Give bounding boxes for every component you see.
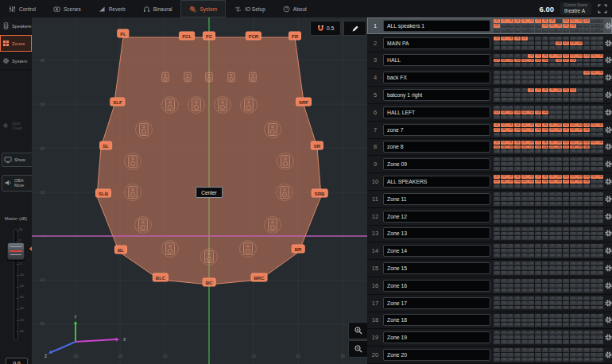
- matrix-cell[interactable]: #27: [563, 232, 569, 236]
- speaker-position-label-srb[interactable]: SRB: [312, 189, 328, 198]
- matrix-cell[interactable]: #40: [542, 46, 548, 50]
- matrix-cell[interactable]: #43: [563, 340, 569, 344]
- matrix-cell[interactable]: #4: [514, 261, 521, 265]
- matrix-cell[interactable]: #36: [514, 219, 521, 223]
- matrix-cell[interactable]: #27: [563, 76, 569, 79]
- matrix-cell[interactable]: #16: [597, 71, 603, 75]
- matrix-cell[interactable]: #38: [528, 202, 534, 206]
- zone-row-19[interactable]: 19Zone 19#1#2#3#4#5#6#7#8#9#10#11#12#13#…: [367, 329, 612, 347]
- matrix-cell[interactable]: #31: [591, 145, 597, 149]
- matrix-cell[interactable]: #22: [528, 76, 534, 79]
- matrix-cell[interactable]: #2: [501, 71, 507, 75]
- matrix-cell[interactable]: #15: [591, 210, 597, 214]
- matrix-cell[interactable]: #10: [556, 141, 562, 145]
- matrix-cell[interactable]: #1: [494, 314, 500, 318]
- matrix-cell[interactable]: #2: [501, 348, 507, 352]
- matrix-cell[interactable]: #16: [597, 314, 603, 318]
- matrix-cell[interactable]: #43: [563, 115, 569, 119]
- matrix-cell[interactable]: #42: [556, 63, 562, 67]
- matrix-cell[interactable]: #4: [514, 210, 521, 214]
- matrix-cell[interactable]: #11: [563, 210, 569, 214]
- matrix-cell[interactable]: #48: [597, 98, 603, 102]
- matrix-cell[interactable]: #46: [583, 80, 590, 84]
- matrix-cell[interactable]: #10: [556, 123, 562, 127]
- matrix-cell[interactable]: #44: [570, 323, 576, 327]
- matrix-cell[interactable]: #15: [591, 123, 597, 127]
- matrix-cell[interactable]: #10: [556, 296, 562, 300]
- matrix-cell[interactable]: #20: [514, 197, 521, 201]
- matrix-cell[interactable]: #4: [514, 71, 521, 75]
- matrix-cell[interactable]: #1: [494, 261, 500, 265]
- matrix-cell[interactable]: #32: [597, 180, 603, 184]
- matrix-cell[interactable]: #12: [570, 123, 576, 127]
- matrix-cell[interactable]: #46: [583, 149, 590, 153]
- matrix-cell[interactable]: #46: [583, 323, 590, 327]
- matrix-cell[interactable]: #35: [507, 80, 513, 84]
- matrix-cell[interactable]: #42: [556, 167, 562, 171]
- speaker-position-label-sr[interactable]: SR: [311, 141, 323, 150]
- matrix-cell[interactable]: #45: [576, 236, 583, 240]
- matrix-cell[interactable]: #35: [507, 288, 513, 292]
- matrix-cell[interactable]: #38: [528, 167, 534, 171]
- matrix-cell[interactable]: #45: [576, 115, 583, 119]
- matrix-cell[interactable]: #6: [528, 244, 534, 248]
- matrix-cell[interactable]: #9: [549, 192, 556, 196]
- matrix-cell[interactable]: #8: [542, 348, 548, 352]
- matrix-cell[interactable]: #22: [528, 249, 534, 253]
- matrix-cell[interactable]: #44: [570, 219, 576, 223]
- matrix-cell[interactable]: #19: [507, 284, 513, 288]
- matrix-cell[interactable]: #16: [597, 54, 603, 58]
- matrix-cell[interactable]: #11: [563, 175, 569, 179]
- matrix-cell[interactable]: #16: [597, 331, 603, 335]
- matrix-cell[interactable]: #2: [501, 210, 507, 214]
- matrix-cell[interactable]: #29: [576, 76, 583, 79]
- zone-name-input[interactable]: balcony 1 right: [383, 89, 490, 101]
- matrix-cell[interactable]: #23: [535, 76, 541, 79]
- matrix-cell[interactable]: #12: [570, 348, 576, 352]
- matrix-cell[interactable]: #34: [501, 254, 507, 258]
- matrix-cell[interactable]: #6: [528, 296, 534, 300]
- matrix-cell[interactable]: #31: [591, 249, 597, 253]
- matrix-cell[interactable]: #46: [583, 254, 590, 258]
- matrix-cell[interactable]: #39: [535, 115, 541, 119]
- matrix-cell[interactable]: #8: [542, 279, 548, 283]
- matrix-cell[interactable]: #12: [570, 88, 576, 92]
- matrix-cell[interactable]: #17: [494, 59, 500, 63]
- matrix-cell[interactable]: #44: [570, 288, 576, 292]
- zone-settings-gear-icon[interactable]: [604, 142, 612, 151]
- matrix-cell[interactable]: #16: [597, 244, 603, 248]
- matrix-cell[interactable]: #18: [501, 319, 507, 323]
- zone-name-input[interactable]: Zone 16: [383, 280, 490, 292]
- matrix-cell[interactable]: #30: [583, 59, 590, 63]
- matrix-cell[interactable]: #41: [549, 98, 556, 102]
- matrix-cell[interactable]: #8: [542, 296, 548, 300]
- matrix-cell[interactable]: #13: [576, 244, 583, 248]
- matrix-cell[interactable]: #10: [556, 19, 562, 23]
- matrix-cell[interactable]: #34: [501, 358, 507, 362]
- matrix-cell[interactable]: #36: [514, 306, 521, 310]
- matrix-cell[interactable]: #26: [556, 232, 562, 236]
- speaker-position-label-bl[interactable]: BL: [114, 246, 127, 254]
- matrix-cell[interactable]: #41: [549, 358, 556, 362]
- matrix-cell[interactable]: #8: [542, 157, 548, 161]
- matrix-cell[interactable]: #7: [535, 244, 541, 248]
- matrix-cell[interactable]: #47: [591, 340, 597, 344]
- matrix-cell[interactable]: #31: [591, 266, 597, 270]
- matrix-cell[interactable]: #39: [535, 29, 541, 33]
- matrix-cell[interactable]: #38: [528, 63, 534, 67]
- matrix-cell[interactable]: #25: [549, 162, 556, 166]
- matrix-cell[interactable]: #39: [535, 254, 541, 258]
- matrix-cell[interactable]: #4: [514, 157, 521, 161]
- matrix-cell[interactable]: #18: [501, 110, 507, 114]
- matrix-cell[interactable]: #38: [528, 288, 534, 292]
- matrix-cell[interactable]: #29: [576, 128, 583, 132]
- matrix-cell[interactable]: #40: [542, 115, 548, 119]
- matrix-cell[interactable]: #8: [542, 227, 548, 231]
- matrix-cell[interactable]: #23: [535, 180, 541, 184]
- matrix-cell[interactable]: #31: [591, 59, 597, 63]
- matrix-cell[interactable]: #37: [521, 202, 528, 206]
- matrix-cell[interactable]: #23: [535, 353, 541, 357]
- zone-name-input[interactable]: MAIN PA: [383, 37, 490, 49]
- matrix-cell[interactable]: #13: [576, 19, 583, 23]
- matrix-cell[interactable]: #18: [501, 232, 507, 236]
